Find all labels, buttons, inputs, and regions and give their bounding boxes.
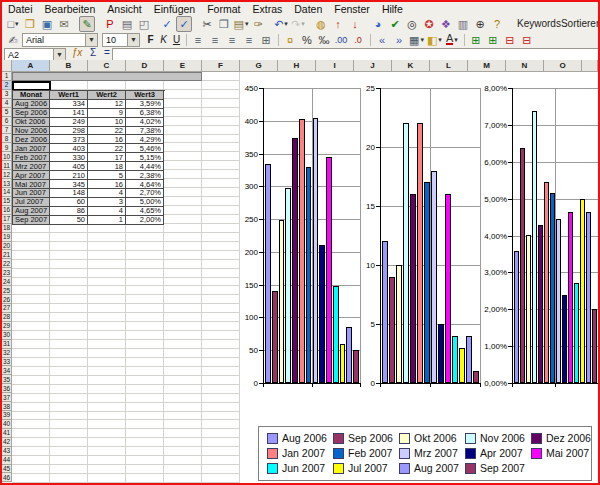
month-cell[interactable]: Feb 2007 — [13, 153, 50, 162]
paste-button[interactable]: ▤▾ — [233, 16, 249, 32]
row-header-29[interactable]: 29 — [2, 322, 12, 331]
underline-button[interactable]: U — [170, 34, 183, 45]
chevron-down-icon[interactable]: ▾ — [454, 33, 458, 47]
font-size-select[interactable]: 10▼ — [102, 33, 140, 47]
legend-item[interactable]: Jun 2007 — [267, 462, 325, 474]
decrease-indent-button[interactable]: « — [374, 32, 390, 48]
legend-item[interactable]: Mrz 2007 — [399, 447, 458, 459]
row-header-17[interactable]: 17 — [2, 215, 12, 224]
legend-item[interactable]: Nov 2006 — [465, 432, 525, 444]
value-cell[interactable]: 22 — [88, 144, 126, 153]
print-button[interactable]: ▤ — [119, 16, 135, 32]
value-cell[interactable]: 405 — [50, 162, 88, 171]
value-cell[interactable]: 403 — [50, 144, 88, 153]
month-cell[interactable]: Mrz 2007 — [13, 162, 50, 171]
export-pdf-button[interactable]: P — [102, 16, 118, 32]
column-header-L[interactable]: L — [430, 60, 468, 72]
value-cell[interactable]: 2,38% — [126, 171, 164, 180]
legend-item[interactable]: Sep 2006 — [333, 432, 393, 444]
navigator-button[interactable]: ✪ — [421, 16, 437, 32]
row-header-35[interactable]: 35 — [2, 375, 12, 384]
column-header-G[interactable]: G — [240, 60, 278, 72]
value-cell[interactable]: 4 — [88, 189, 126, 198]
insert-column-button[interactable]: ⊞ — [485, 32, 501, 48]
month-cell[interactable]: Jan 2007 — [13, 144, 50, 153]
row-header-45[interactable]: 45 — [2, 465, 12, 474]
value-cell[interactable]: 18 — [88, 162, 126, 171]
menu-datei[interactable]: Datei — [2, 3, 39, 15]
column-header-H[interactable]: H — [278, 60, 316, 72]
row-header-18[interactable]: 18 — [2, 224, 12, 233]
month-cell[interactable]: Sep 2007 — [13, 216, 50, 225]
chevron-down-icon[interactable]: ▼ — [53, 49, 65, 60]
row-header-28[interactable]: 28 — [2, 313, 12, 322]
row-header-38[interactable]: 38 — [2, 402, 12, 411]
row-header-37[interactable]: 37 — [2, 393, 12, 402]
row-header-46[interactable]: 46 — [2, 473, 12, 482]
value-cell[interactable]: 4,44% — [126, 162, 164, 171]
column-header-N[interactable]: N — [506, 60, 544, 72]
align-justified-button[interactable]: ≡ — [241, 32, 257, 48]
value-cell[interactable]: 4,65% — [126, 207, 164, 216]
row-header-8[interactable]: 8 — [2, 134, 12, 143]
value-cell[interactable]: 22 — [88, 127, 126, 136]
value-cell[interactable]: 4,29% — [126, 135, 164, 144]
month-cell[interactable]: Dez 2006 — [13, 135, 50, 144]
align-left-button[interactable]: ≡ — [190, 32, 206, 48]
row-header-32[interactable]: 32 — [2, 349, 12, 358]
delete-column-button[interactable]: ⊟ — [519, 32, 535, 48]
bold-button[interactable]: F — [144, 34, 157, 45]
row-header-14[interactable]: 14 — [2, 188, 12, 197]
delete-decimal-button[interactable]: .0 — [350, 32, 366, 48]
sum-icon[interactable]: Σ — [86, 47, 100, 59]
legend-item[interactable]: Aug 2006 — [267, 432, 327, 444]
row-header-9[interactable]: 9 — [2, 143, 12, 152]
value-cell[interactable]: 16 — [88, 180, 126, 189]
row-header-3[interactable]: 3 — [2, 90, 12, 99]
spellcheck-button[interactable]: ✓ — [159, 16, 175, 32]
font-name-select[interactable]: Arial▼ — [22, 33, 98, 47]
row-header-21[interactable]: 21 — [2, 250, 12, 259]
increase-indent-button[interactable]: » — [391, 32, 407, 48]
value-cell[interactable]: 249 — [50, 118, 88, 127]
new-document-button[interactable]: □▾ — [5, 16, 21, 32]
standard-format-button[interactable]: ‰ — [316, 32, 332, 48]
italic-button[interactable]: K — [157, 34, 170, 45]
percent-format-button[interactable]: % — [299, 32, 315, 48]
delete-row-button[interactable]: ⊟ — [502, 32, 518, 48]
chevron-down-icon[interactable]: ▾ — [438, 33, 442, 47]
insert-row-button[interactable]: ⊞ — [468, 32, 484, 48]
undo-button[interactable]: ↶▾ — [273, 16, 289, 32]
chevron-down-icon[interactable]: ▾ — [420, 33, 424, 47]
row-header-25[interactable]: 25 — [2, 286, 12, 295]
value-cell[interactable]: 60 — [50, 198, 88, 207]
row-header-1[interactable]: 1 — [2, 72, 12, 81]
menu-daten[interactable]: Daten — [288, 3, 328, 15]
month-cell[interactable]: Okt 2006 — [13, 118, 50, 127]
value-cell[interactable]: 10 — [88, 118, 126, 127]
value-cell[interactable]: 16 — [88, 135, 126, 144]
value-cell[interactable]: 3 — [88, 198, 126, 207]
currency-format-button[interactable]: ¤ — [282, 32, 298, 48]
chevron-down-icon[interactable]: ▾ — [301, 17, 305, 31]
chevron-down-icon[interactable]: ▾ — [245, 17, 249, 31]
row-header-27[interactable]: 27 — [2, 304, 12, 313]
email-button[interactable]: ✉ — [56, 16, 72, 32]
columns-button[interactable]: ▥ — [455, 16, 471, 32]
row-header-20[interactable]: 20 — [2, 242, 12, 251]
table-header-monat[interactable]: Monat — [13, 91, 50, 100]
value-cell[interactable]: 334 — [50, 100, 88, 109]
row-header-19[interactable]: 19 — [2, 233, 12, 242]
table-header-wert2[interactable]: Wert2 — [88, 91, 126, 100]
legend-item[interactable]: Feb 2007 — [333, 447, 392, 459]
save-button[interactable]: ▣ — [39, 16, 55, 32]
chevron-down-icon[interactable]: ▾ — [284, 17, 288, 31]
merged-title-cell[interactable] — [12, 72, 202, 81]
gallery-button[interactable]: ❖ — [438, 16, 454, 32]
row-header-24[interactable]: 24 — [2, 277, 12, 286]
merge-cells-button[interactable]: ⊞ — [258, 32, 274, 48]
function-wizard-icon[interactable]: ƒx — [70, 47, 84, 59]
autofilter-button[interactable]: ✔ — [387, 16, 403, 32]
format-paintbrush-button[interactable]: ✑ — [250, 16, 266, 32]
value-cell[interactable]: 210 — [50, 171, 88, 180]
